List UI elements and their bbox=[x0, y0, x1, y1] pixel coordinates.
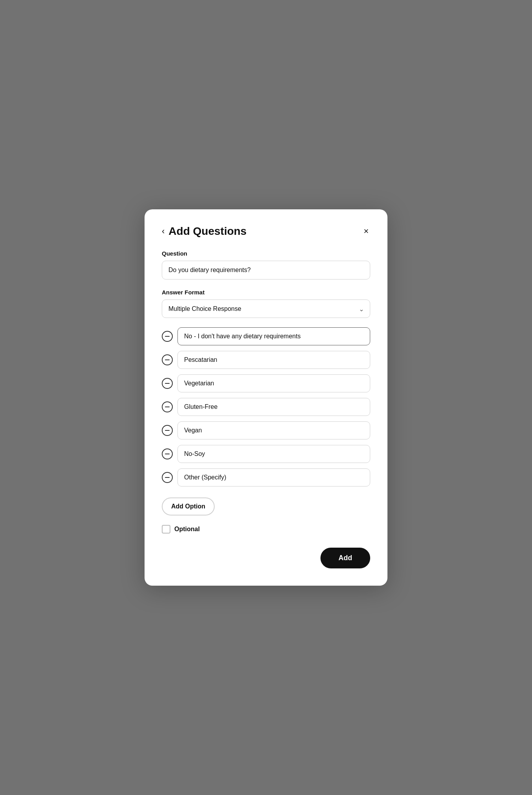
minus-line-6 bbox=[165, 477, 170, 478]
question-section: Question bbox=[162, 250, 370, 289]
minus-line-1 bbox=[165, 359, 170, 360]
option-row-5 bbox=[162, 445, 370, 463]
optional-row: Optional bbox=[162, 525, 370, 534]
question-input[interactable] bbox=[162, 261, 370, 280]
option-input-0[interactable] bbox=[177, 327, 370, 345]
modal-title: Add Questions bbox=[168, 225, 246, 238]
minus-line-4 bbox=[165, 430, 170, 431]
back-button[interactable]: ‹ bbox=[162, 227, 165, 236]
option-input-5[interactable] bbox=[177, 445, 370, 463]
modal-overlay: ‹ Add Questions × Question Answer Format… bbox=[0, 0, 532, 795]
answer-format-section: Answer Format Multiple Choice Response S… bbox=[162, 289, 370, 318]
add-button[interactable]: Add bbox=[320, 548, 370, 568]
minus-circle-icon-5 bbox=[162, 448, 173, 459]
option-input-4[interactable] bbox=[177, 421, 370, 439]
option-row-1 bbox=[162, 351, 370, 369]
option-input-2[interactable] bbox=[177, 374, 370, 392]
close-button[interactable]: × bbox=[362, 225, 370, 237]
modal-container: ‹ Add Questions × Question Answer Format… bbox=[145, 209, 387, 586]
remove-option-5-button[interactable] bbox=[162, 448, 173, 459]
minus-circle-icon-3 bbox=[162, 401, 173, 412]
option-row-2 bbox=[162, 374, 370, 392]
footer-row: Add bbox=[162, 548, 370, 568]
optional-label: Optional bbox=[174, 526, 200, 533]
option-row-4 bbox=[162, 421, 370, 439]
question-label: Question bbox=[162, 250, 370, 257]
option-row-0 bbox=[162, 327, 370, 345]
optional-checkbox[interactable] bbox=[162, 525, 170, 534]
minus-line-0 bbox=[165, 336, 170, 337]
option-row-3 bbox=[162, 398, 370, 416]
title-group: ‹ Add Questions bbox=[162, 225, 246, 238]
remove-option-1-button[interactable] bbox=[162, 354, 173, 365]
option-input-3[interactable] bbox=[177, 398, 370, 416]
remove-option-0-button[interactable] bbox=[162, 331, 173, 342]
remove-option-4-button[interactable] bbox=[162, 425, 173, 436]
format-select-wrapper: Multiple Choice Response Short Answer Lo… bbox=[162, 299, 370, 318]
option-input-6[interactable] bbox=[177, 468, 370, 486]
minus-circle-icon-2 bbox=[162, 378, 173, 389]
option-row-6 bbox=[162, 468, 370, 486]
minus-line-3 bbox=[165, 407, 170, 407]
minus-circle-icon-0 bbox=[162, 331, 173, 342]
modal-header: ‹ Add Questions × bbox=[162, 225, 370, 238]
option-input-1[interactable] bbox=[177, 351, 370, 369]
remove-option-2-button[interactable] bbox=[162, 378, 173, 389]
minus-circle-icon-1 bbox=[162, 354, 173, 365]
add-option-button[interactable]: Add Option bbox=[162, 497, 215, 515]
answer-format-label: Answer Format bbox=[162, 289, 370, 296]
minus-circle-icon-6 bbox=[162, 472, 173, 483]
options-list bbox=[162, 327, 370, 486]
remove-option-6-button[interactable] bbox=[162, 472, 173, 483]
minus-line-2 bbox=[165, 383, 170, 384]
remove-option-3-button[interactable] bbox=[162, 401, 173, 412]
minus-circle-icon-4 bbox=[162, 425, 173, 436]
format-select[interactable]: Multiple Choice Response Short Answer Lo… bbox=[162, 299, 370, 318]
minus-line-5 bbox=[165, 454, 170, 454]
